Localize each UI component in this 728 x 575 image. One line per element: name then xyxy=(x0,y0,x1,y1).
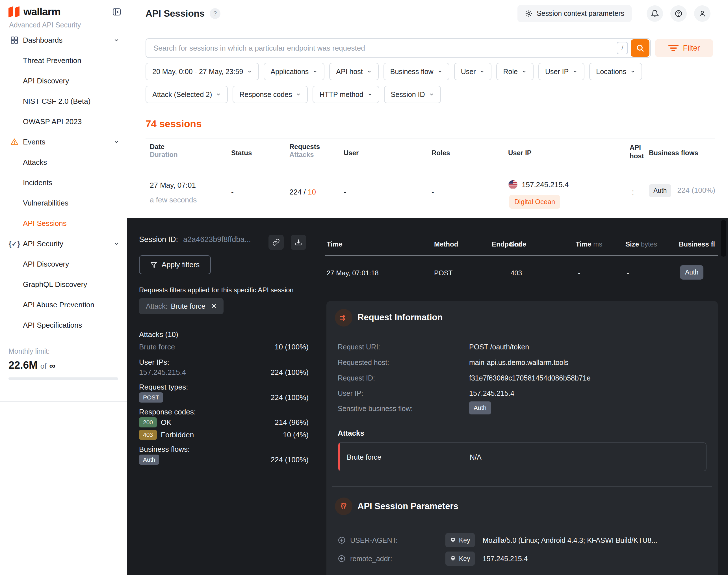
plus-circle-icon[interactable] xyxy=(338,555,346,563)
http-method-filter[interactable]: HTTP method xyxy=(313,86,379,103)
search-button[interactable] xyxy=(631,39,650,57)
monthly-limit-value: 22.6M xyxy=(8,359,38,371)
chevron-down-icon xyxy=(429,92,434,97)
status-code-name: OK xyxy=(161,418,172,427)
sidebar-item-dashboards[interactable]: Dashboards xyxy=(0,30,127,50)
filter-button-label: Filter xyxy=(683,44,700,53)
sidebar: wallarm Advanced API Security Dashboards… xyxy=(0,0,127,575)
status-code-name: Forbidden xyxy=(161,431,194,439)
scrollbar-thumb[interactable] xyxy=(721,220,726,257)
fingerprint-icon xyxy=(450,537,456,543)
sidebar-item-api-specifications[interactable]: API Specifications xyxy=(0,315,127,335)
status-code-badge: 200 xyxy=(139,417,157,428)
status-code-badge: 403 xyxy=(139,430,157,440)
search-icon xyxy=(635,43,645,53)
role-filter[interactable]: Role xyxy=(496,63,533,80)
attack-filter[interactable]: Attack (Selected 2) xyxy=(145,86,228,103)
notifications-bell-icon[interactable] xyxy=(647,5,663,22)
stat-value: 10 (4%) xyxy=(283,431,309,439)
sidebar-item-threat-prevention[interactable]: Threat Prevention xyxy=(0,50,127,71)
gear-icon xyxy=(525,10,533,18)
sidebar-item-label: Threat Prevention xyxy=(23,56,81,65)
attack-accent-bar xyxy=(338,443,340,471)
sidebar-item-vulnerabilities[interactable]: Vulnerabilities xyxy=(0,193,127,213)
session-context-parameters-button[interactable]: Session context parameters xyxy=(517,5,632,22)
sidebar-item-api-abuse-prevention[interactable]: API Abuse Prevention xyxy=(0,295,127,315)
apply-filters-button[interactable]: Apply filters xyxy=(139,255,211,274)
col-header-size: Size bytes xyxy=(625,240,657,248)
sidebar-item-api-discovery[interactable]: API Discovery xyxy=(0,254,127,274)
help-icon[interactable] xyxy=(670,5,687,22)
sidebar-item-label: API Sessions xyxy=(23,219,67,228)
collapse-sidebar-icon[interactable] xyxy=(112,7,122,17)
search-input[interactable] xyxy=(146,44,617,53)
auth-badge: Auth xyxy=(469,401,491,414)
api-session-parameters-title: API Session Parameters xyxy=(357,501,458,511)
cell-duration: a few seconds xyxy=(150,196,197,204)
locations-filter[interactable]: Locations xyxy=(589,63,642,80)
sidebar-item-owasp-api[interactable]: OWASP API 2023 xyxy=(0,111,127,132)
stat-name[interactable]: 157.245.215.4 xyxy=(139,368,186,377)
applications-filter[interactable]: Applications xyxy=(264,63,324,80)
col-header-user: User xyxy=(344,149,359,157)
business-flows-heading: Business flows: xyxy=(139,445,189,454)
api-host-filter[interactable]: API host xyxy=(329,63,379,80)
field-label: Request URI: xyxy=(338,343,380,351)
method-badge: POST xyxy=(139,393,163,403)
table-header-separator xyxy=(325,255,718,256)
cell-date: 27 May, 07:01 xyxy=(150,181,196,190)
sidebar-item-graphql-discovery[interactable]: GraphQL Discovery xyxy=(0,274,127,295)
sidebar-item-label: API Discovery xyxy=(23,77,69,86)
business-flow-filter[interactable]: Business flow xyxy=(383,63,449,80)
sidebar-item-events[interactable]: Events xyxy=(0,132,127,152)
col-header-business-flow: Business fl xyxy=(679,240,715,248)
cell-requests-attacks: 224 / 10 xyxy=(289,188,316,197)
param-value: 157.245.215.4 xyxy=(483,555,528,563)
sidebar-nav: Dashboards Threat Prevention API Discove… xyxy=(0,30,127,335)
search-bar: / xyxy=(145,38,651,58)
sidebar-item-api-security[interactable]: {✓} API Security xyxy=(0,234,127,254)
col-header-time-ms: Time ms xyxy=(576,240,602,248)
plus-circle-icon[interactable] xyxy=(338,536,346,544)
sidebar-item-label: Dashboards xyxy=(23,36,63,45)
user-ip-filter[interactable]: User IP xyxy=(539,63,584,80)
col-header-requests: RequestsAttacks xyxy=(289,143,320,159)
page-help-icon[interactable]: ? xyxy=(210,8,220,19)
chevron-down-icon xyxy=(113,241,119,247)
warning-triangle-icon xyxy=(10,138,19,146)
download-button[interactable] xyxy=(291,235,306,250)
sidebar-item-incidents[interactable]: Incidents xyxy=(0,172,127,193)
stat-value: 224 (100%) xyxy=(271,368,309,377)
attack-detail-row[interactable]: Brute force N/A xyxy=(338,442,706,471)
chevron-down-icon xyxy=(296,92,301,97)
user-ips-heading: User IPs: xyxy=(139,358,169,367)
business-flow-count: 224 (100%) xyxy=(678,186,715,195)
sidebar-item-label: Events xyxy=(23,138,45,146)
sidebar-item-nist-csf[interactable]: NIST CSF 2.0 (Beta) xyxy=(0,91,127,111)
session-id-filter[interactable]: Session ID xyxy=(384,86,441,103)
user-account-icon[interactable] xyxy=(694,5,710,22)
sidebar-item-api-sessions[interactable]: API Sessions xyxy=(0,213,127,234)
field-value: main-api.us.demo.wallarm.tools xyxy=(469,359,568,367)
user-filter[interactable]: User xyxy=(454,63,492,80)
page-header: API Sessions ? Session context parameter… xyxy=(127,0,728,27)
funnel-icon xyxy=(150,262,157,268)
chevron-down-icon xyxy=(480,69,485,74)
filter-button[interactable]: Filter xyxy=(655,39,713,57)
response-codes-filter[interactable]: Response codes xyxy=(233,86,308,103)
auth-badge: Auth xyxy=(649,184,671,197)
date-range-filter[interactable]: 20 May, 0:00 - 27 May, 23:59 xyxy=(145,63,259,80)
col-header-date[interactable]: DateDuration xyxy=(150,143,178,159)
sidebar-item-attacks[interactable]: Attacks xyxy=(0,152,127,172)
sidebar-item-api-discovery-dash[interactable]: API Discovery xyxy=(0,71,127,91)
apply-filters-label: Apply filters xyxy=(162,260,200,269)
chevron-down-icon xyxy=(367,69,372,74)
close-icon[interactable]: ✕ xyxy=(211,302,217,310)
fingerprint-icon xyxy=(335,498,352,515)
stat-name[interactable]: Brute force xyxy=(139,343,175,351)
field-label: Requested host: xyxy=(338,359,389,367)
attack-filter-chip[interactable]: Attack: Brute force ✕ xyxy=(139,298,223,314)
copy-link-button[interactable] xyxy=(269,235,284,250)
attack-value: N/A xyxy=(470,453,482,461)
stat-row: 200 OK 214 (96%) xyxy=(139,417,309,428)
